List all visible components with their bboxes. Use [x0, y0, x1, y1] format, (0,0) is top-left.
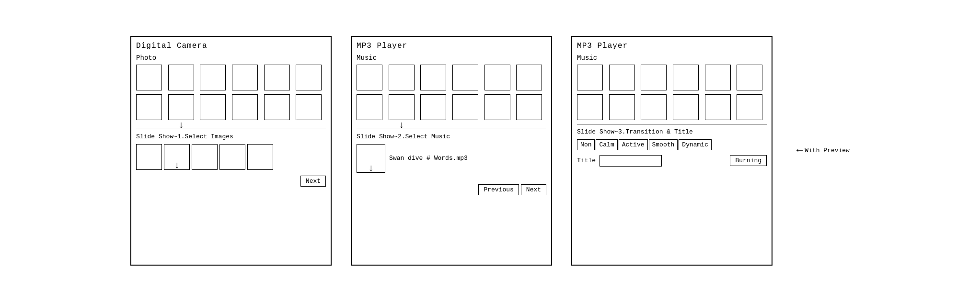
grid-cell[interactable]: [357, 65, 382, 90]
grid-cell[interactable]: [389, 65, 415, 90]
panel-mp3-transition: MP3 Player Music Slide Show~3.Transition…: [571, 36, 772, 266]
grid-cell[interactable]: [168, 65, 194, 90]
grid-cell[interactable]: [609, 94, 635, 120]
title-input[interactable]: [600, 155, 662, 167]
panel-mp3-music: MP3 Player Music ↓ Slide Show~2.Select M…: [351, 36, 552, 266]
grid-cell[interactable]: [296, 94, 322, 120]
grid-cell[interactable]: ↓: [389, 94, 415, 120]
grid-cell[interactable]: [136, 65, 162, 90]
grid-cell[interactable]: [577, 65, 603, 90]
title-row: Title Burning: [577, 155, 767, 167]
music-thumbnail[interactable]: ↓: [357, 144, 385, 173]
next-button-panel1[interactable]: Next: [300, 176, 326, 187]
grid-cell[interactable]: [264, 94, 290, 120]
bottom-cell[interactable]: [192, 144, 218, 170]
transition-btn-smooth[interactable]: Smooth: [649, 139, 678, 150]
panel2-buttons: Previous Next: [357, 184, 546, 195]
grid-cell[interactable]: [516, 65, 542, 90]
next-button-panel2[interactable]: Next: [521, 184, 546, 195]
grid-cell[interactable]: [484, 65, 510, 90]
panel-digital-camera: Digital Camera Photo ↓ Slide Show~1.Sele…: [130, 36, 332, 266]
transition-btn-dynamic[interactable]: Dynamic: [679, 139, 712, 150]
grid-cell[interactable]: [296, 65, 322, 90]
panel3-grid-row2: [577, 94, 767, 120]
panel2-grid-row1: [357, 65, 546, 90]
grid-cell[interactable]: [200, 65, 226, 90]
title-field-label: Title: [577, 157, 596, 164]
grid-cell[interactable]: [516, 94, 542, 120]
panel3-sub-label: Slide Show~3.Transition & Title: [577, 128, 767, 135]
panel1-title: Digital Camera: [136, 42, 326, 50]
grid-cell[interactable]: [452, 65, 478, 90]
panel1-buttons: Next: [136, 176, 326, 187]
transition-btn-calm[interactable]: Calm: [596, 139, 617, 150]
previous-button-panel2[interactable]: Previous: [478, 184, 519, 195]
panel3-grid-row1: [577, 65, 767, 90]
grid-cell[interactable]: [200, 94, 226, 120]
grid-cell[interactable]: [577, 94, 603, 120]
transition-buttons-group: Non Calm Active Smooth Dynamic: [577, 139, 767, 150]
music-item-label: Swan dive # Words.mp3: [389, 155, 468, 162]
bottom-cell[interactable]: [219, 144, 245, 170]
grid-cell[interactable]: [705, 65, 731, 90]
panel3-section-label: Music: [577, 54, 767, 62]
divider: [136, 129, 326, 129]
grid-cell[interactable]: [452, 94, 478, 120]
bottom-cell[interactable]: [247, 144, 273, 170]
panel1-grid-row2: ↓: [136, 94, 326, 120]
grid-cell[interactable]: ↓: [168, 94, 194, 120]
grid-cell[interactable]: [641, 94, 667, 120]
panel2-sub-label: Slide Show~2.Select Music: [357, 133, 546, 140]
grid-cell[interactable]: [264, 65, 290, 90]
grid-cell[interactable]: [232, 65, 258, 90]
connector-arrow-row: ← With Preview: [796, 145, 850, 156]
panel1-grid-row1: [136, 65, 326, 90]
divider: [577, 124, 767, 124]
divider: [357, 129, 546, 129]
grid-cell[interactable]: [673, 94, 699, 120]
music-item-row: ↓ Swan dive # Words.mp3: [357, 144, 546, 173]
main-container: Digital Camera Photo ↓ Slide Show~1.Sele…: [121, 26, 859, 275]
panel2-title: MP3 Player: [357, 42, 546, 50]
panel2-grid-row2: ↓: [357, 94, 546, 120]
connector-label: With Preview: [805, 147, 850, 154]
grid-cell[interactable]: [136, 94, 162, 120]
left-arrow-icon: ←: [796, 145, 803, 156]
grid-cell[interactable]: [420, 65, 446, 90]
grid-cell[interactable]: [357, 94, 382, 120]
bottom-cell[interactable]: ↓: [164, 144, 190, 170]
burning-button[interactable]: Burning: [730, 155, 767, 166]
connector-container: ← With Preview: [796, 145, 850, 156]
panel1-section-label: Photo: [136, 54, 326, 62]
panel2-section-label: Music: [357, 54, 546, 62]
grid-cell[interactable]: [673, 65, 699, 90]
transition-btn-non[interactable]: Non: [577, 139, 595, 150]
bottom-cell[interactable]: [136, 144, 162, 170]
grid-cell[interactable]: [705, 94, 731, 120]
grid-cell[interactable]: [484, 94, 510, 120]
transition-btn-active[interactable]: Active: [619, 139, 648, 150]
grid-cell[interactable]: [420, 94, 446, 120]
grid-cell[interactable]: [737, 94, 762, 120]
grid-cell[interactable]: [609, 65, 635, 90]
grid-cell[interactable]: [737, 65, 762, 90]
grid-cell[interactable]: [641, 65, 667, 90]
panel1-sub-label: Slide Show~1.Select Images: [136, 133, 326, 140]
panel3-title: MP3 Player: [577, 42, 767, 50]
grid-cell[interactable]: [232, 94, 258, 120]
